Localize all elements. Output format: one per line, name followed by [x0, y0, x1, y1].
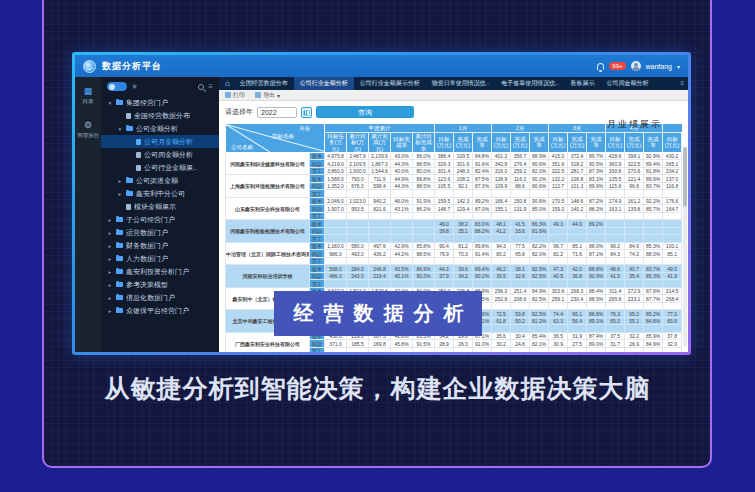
value-cell	[644, 227, 663, 235]
year-input[interactable]	[257, 107, 297, 118]
tree-item[interactable]: ▸子公司经营门户	[101, 213, 219, 226]
tree-toggle-switch[interactable]	[107, 82, 127, 91]
rail-item[interactable]: ⚙管理后台	[77, 121, 99, 139]
print-button[interactable]: 打印	[225, 91, 245, 100]
value-cell: 185.5	[347, 340, 369, 348]
value-cell: 41.9	[663, 272, 682, 280]
tree-item[interactable]: 全国经营数据分布	[101, 109, 219, 122]
tree-item[interactable]: ▸人力数据门户	[101, 252, 219, 265]
value-cell: 85.9%	[644, 332, 663, 340]
value-cell: 85.0%	[530, 205, 549, 213]
value-cell: 301.6	[454, 160, 473, 168]
report-tab[interactable]: 看板展示	[565, 77, 601, 90]
star-icon[interactable]: ★	[131, 83, 138, 91]
rail-item[interactable]: ▦目录	[83, 87, 94, 105]
home-tab[interactable]: ⌂	[221, 77, 234, 90]
month-group-header: 1月	[435, 124, 492, 133]
tree-item[interactable]: ▸运营数据门户	[101, 226, 219, 239]
value-cell: 128.9	[492, 175, 511, 183]
value-cell	[492, 257, 511, 265]
metric-label-cell: 回款	[310, 340, 325, 348]
report-tab[interactable]: 公司行业金额分析	[294, 77, 354, 90]
content-toolbar: 打印 导出 ▾	[219, 90, 688, 101]
value-cell: 1,586.0	[325, 175, 347, 183]
tree-item[interactable]: ▸参考决策模型	[101, 278, 219, 291]
username[interactable]: wanfang	[646, 63, 672, 70]
value-cell: 88.8%	[587, 310, 606, 318]
notification-badge[interactable]: 99+	[609, 62, 625, 70]
value-cell: 45.1%	[391, 272, 413, 280]
user-avatar[interactable]	[631, 61, 641, 71]
tree-item[interactable]: ▾公司金额分析	[101, 122, 219, 135]
value-cell: 100.1	[663, 242, 682, 250]
report-tab[interactable]: 公司周金额分析	[601, 77, 655, 90]
gear-icon: ⚙	[84, 121, 92, 130]
metric-label-cell: 回款	[310, 227, 325, 235]
value-cell: 598.4	[369, 182, 391, 190]
value-cell	[625, 325, 644, 333]
tree-item[interactable]: ▾集团经营门户	[101, 96, 219, 109]
report-tab[interactable]: 全国经营数据分布	[234, 77, 294, 90]
tree-item[interactable]: 模块金额展示	[101, 200, 219, 213]
search-icon[interactable]	[198, 84, 204, 90]
value-cell: 92.1	[454, 182, 473, 190]
value-cell: 82.1%	[530, 340, 549, 348]
tree-item[interactable]: 公司周金额分析	[101, 148, 219, 161]
tree-item[interactable]: ▸财务数据门户	[101, 239, 219, 252]
value-cell: 388.4	[435, 152, 454, 160]
tree-item[interactable]: 公司行业金额展..	[101, 161, 219, 174]
metric-label-cell: 回款	[310, 272, 325, 280]
tree-item[interactable]: 公司月金额分析	[101, 135, 219, 148]
report-tab[interactable]: 物资日常使用情况统..	[426, 77, 495, 90]
tree-item[interactable]: ▸鑫安利中分公司	[101, 187, 219, 200]
query-button[interactable]: 查询	[316, 106, 414, 118]
value-cell	[391, 235, 413, 243]
tree-item[interactable]: ▸信息化数据门户	[101, 291, 219, 304]
value-cell: 2,139.6	[369, 152, 391, 160]
vertical-scrollbar[interactable]	[683, 147, 687, 347]
export-button[interactable]: 导出 ▾	[255, 91, 280, 100]
value-cell: 84.3	[606, 250, 625, 258]
value-cell: 233.1	[625, 295, 644, 303]
value-cell: 65.0	[625, 310, 644, 318]
value-cell	[606, 235, 625, 243]
value-cell: 87.3%	[587, 167, 606, 175]
value-cell	[347, 257, 369, 265]
tree-item[interactable]: ▸鑫安利投资分析门户	[101, 265, 219, 278]
value-cell: 303.6	[549, 287, 568, 295]
value-cell: 32.0	[663, 340, 682, 348]
tree-item[interactable]: ▸公司渠道金额	[101, 174, 219, 187]
value-cell: 821.6	[369, 205, 391, 213]
value-cell: 83.7%	[644, 182, 663, 190]
notification-bell-icon[interactable]	[597, 63, 604, 70]
caret-icon: ▸	[117, 178, 123, 184]
value-cell: 1,352.0	[325, 182, 347, 190]
value-cell	[644, 347, 663, 352]
value-cell: 87.5%	[473, 175, 492, 183]
value-cell: 87.7%	[644, 295, 663, 303]
report-tab[interactable]: 公司行业金额展示分析	[354, 77, 426, 90]
value-cell: 91.0%	[473, 340, 492, 348]
collapse-menu-icon[interactable]: ≡	[208, 83, 213, 91]
value-cell: 82.2	[549, 250, 568, 258]
value-cell: 268.3	[568, 287, 587, 295]
value-cell: 4,975.8	[325, 152, 347, 160]
value-cell: 676.0	[347, 182, 369, 190]
value-cell: 38.1	[511, 265, 530, 273]
value-cell: 74.2	[625, 250, 644, 258]
value-cell: 72.5	[492, 310, 511, 318]
metric-label-cell: 完工	[310, 190, 325, 198]
folder-icon	[126, 126, 133, 131]
value-cell: 568.0	[325, 265, 347, 273]
report-tab[interactable]: 电子签章使用情况统..	[495, 77, 564, 90]
value-cell: 41.5	[606, 272, 625, 280]
value-cell: 169.8	[369, 340, 391, 348]
value-cell: 2,487.9	[347, 152, 369, 160]
calendar-icon[interactable]	[301, 107, 312, 118]
tree-item[interactable]: ▸众银保平台经营门户	[101, 304, 219, 317]
value-cell	[549, 347, 568, 352]
value-cell	[587, 302, 606, 310]
tab-overflow-icon[interactable]: ≡	[676, 77, 688, 90]
value-cell	[391, 190, 413, 198]
chevron-down-icon[interactable]: ▾	[677, 63, 680, 70]
